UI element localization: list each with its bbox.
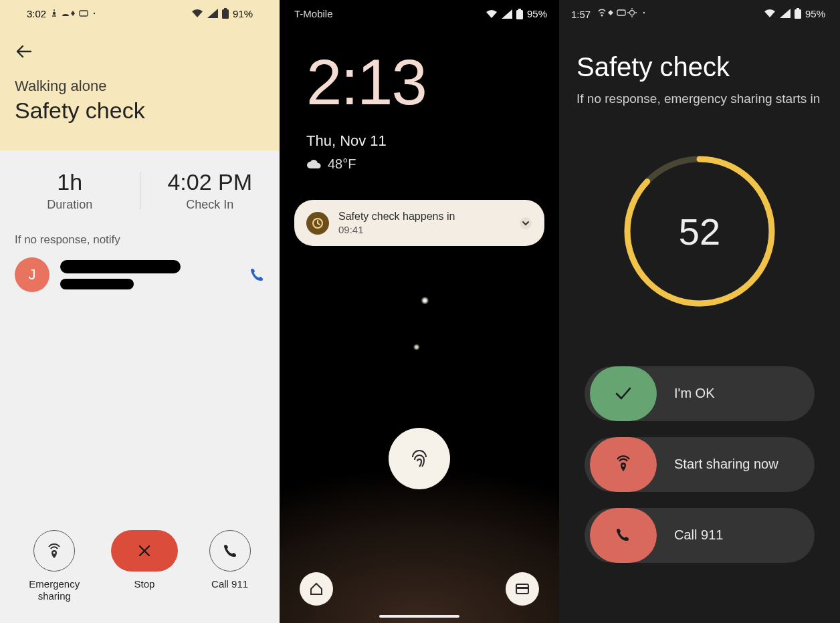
svg-rect-3 bbox=[224, 8, 227, 9]
broadcast-location-icon bbox=[590, 437, 657, 492]
svg-rect-16 bbox=[797, 8, 799, 9]
start-sharing-label: Start sharing now bbox=[674, 457, 778, 472]
stop-button[interactable]: Stop bbox=[111, 530, 178, 591]
fingerprint-button[interactable] bbox=[389, 428, 450, 489]
arrow-left-icon bbox=[15, 44, 32, 59]
lock-weather: 48°F bbox=[306, 156, 559, 172]
home-icon bbox=[309, 582, 324, 596]
svg-point-9 bbox=[520, 217, 532, 229]
signal-icon bbox=[207, 9, 218, 18]
wifi-icon bbox=[764, 9, 776, 18]
page-title: Safety check bbox=[576, 52, 823, 82]
svg-rect-7 bbox=[516, 10, 523, 19]
wifi-icon bbox=[191, 9, 203, 18]
broadcast-location-icon bbox=[45, 541, 64, 560]
lock-clock: 2:13 bbox=[306, 45, 559, 119]
phone-lockscreen: T-Mobile 95% 2:13 Thu, Nov 11 48°F Safet… bbox=[280, 0, 559, 623]
svg-rect-11 bbox=[516, 587, 528, 589]
back-button[interactable] bbox=[15, 27, 265, 75]
close-icon bbox=[137, 543, 152, 558]
card-icon bbox=[515, 583, 530, 595]
duration-value: 1h bbox=[0, 169, 140, 195]
svg-point-2 bbox=[94, 13, 95, 14]
status-icons-left bbox=[50, 8, 110, 19]
header-subtitle: Walking alone bbox=[15, 78, 265, 95]
status-battery: 95% bbox=[805, 8, 825, 19]
nav-handle[interactable] bbox=[379, 615, 459, 618]
duration-label: Duration bbox=[0, 198, 140, 212]
svg-rect-13 bbox=[617, 10, 625, 15]
svg-rect-6 bbox=[518, 9, 521, 10]
svg-point-12 bbox=[601, 14, 603, 16]
page-subtitle: If no response, emergency sharing starts… bbox=[576, 90, 823, 108]
duration-block: 1h Duration bbox=[0, 169, 140, 212]
phone-icon bbox=[222, 543, 238, 559]
emergency-sharing-label: Emergency sharing bbox=[29, 578, 80, 604]
signal-icon bbox=[780, 9, 791, 18]
wifi-icon bbox=[486, 9, 498, 19]
battery-icon bbox=[222, 8, 229, 19]
countdown-ring: 52 bbox=[559, 151, 840, 312]
contact-row[interactable]: J bbox=[0, 257, 280, 292]
svg-rect-17 bbox=[795, 9, 801, 19]
stop-label: Stop bbox=[134, 578, 154, 591]
page-title: Safety check bbox=[15, 98, 265, 124]
svg-rect-1 bbox=[80, 11, 88, 16]
svg-point-14 bbox=[630, 10, 635, 15]
status-bar: 1:57 95% bbox=[559, 0, 840, 27]
svg-point-20 bbox=[622, 464, 624, 466]
chevron-down-icon[interactable] bbox=[519, 217, 532, 230]
phone-safety-check-settings: 3:02 91% Walking alone Safety check bbox=[0, 0, 280, 623]
battery-icon bbox=[795, 8, 801, 19]
status-time: 1:57 bbox=[571, 9, 591, 20]
bottom-actions: Emergency sharing Stop Call 911 bbox=[0, 530, 280, 604]
lock-date: Thu, Nov 11 bbox=[306, 132, 559, 150]
call-911-label: Call 911 bbox=[674, 527, 723, 543]
status-battery: 91% bbox=[233, 8, 253, 19]
call-911-button[interactable]: Call 911 bbox=[585, 508, 815, 563]
svg-point-0 bbox=[53, 12, 56, 15]
checkin-block: 4:02 PM Check In bbox=[140, 169, 280, 212]
carrier-label: T-Mobile bbox=[294, 8, 333, 19]
cloud-icon bbox=[306, 159, 322, 170]
safety-check-notification[interactable]: Safety check happens in 09:41 bbox=[294, 200, 544, 246]
notification-countdown: 09:41 bbox=[338, 224, 510, 235]
contact-avatar: J bbox=[15, 257, 49, 292]
im-ok-label: I'm OK bbox=[674, 386, 715, 401]
home-shortcut[interactable] bbox=[300, 572, 333, 606]
checkin-label: Check In bbox=[140, 198, 280, 212]
status-time: 3:02 bbox=[27, 8, 46, 19]
status-bar: 3:02 91% bbox=[15, 0, 265, 27]
checkin-value: 4:02 PM bbox=[140, 169, 280, 195]
phone-icon bbox=[590, 508, 657, 563]
svg-point-15 bbox=[643, 11, 645, 13]
svg-rect-4 bbox=[222, 9, 229, 19]
status-right: 95% bbox=[486, 8, 547, 19]
fingerprint-icon bbox=[406, 445, 433, 472]
status-icons-left bbox=[596, 7, 663, 18]
wallet-shortcut[interactable] bbox=[506, 572, 539, 606]
phone-safety-check-alert: 1:57 95% Safety check If no response, em… bbox=[559, 0, 840, 623]
action-buttons: I'm OK Start sharing now Call 911 bbox=[559, 366, 840, 563]
header-panel: 3:02 91% Walking alone Safety check bbox=[0, 0, 280, 150]
call-911-button[interactable]: Call 911 bbox=[209, 530, 251, 591]
check-icon bbox=[590, 366, 657, 421]
call-911-label: Call 911 bbox=[211, 578, 248, 591]
countdown-value: 52 bbox=[679, 211, 720, 253]
battery-icon bbox=[516, 9, 523, 19]
status-battery: 95% bbox=[527, 8, 547, 19]
redacted-line bbox=[60, 279, 134, 289]
phone-icon[interactable] bbox=[249, 267, 265, 283]
info-row: 1h Duration 4:02 PM Check In bbox=[0, 150, 280, 225]
shield-clock-icon bbox=[306, 212, 329, 235]
notify-label: If no response, notify bbox=[0, 225, 280, 257]
start-sharing-button[interactable]: Start sharing now bbox=[585, 437, 815, 492]
signal-icon bbox=[502, 9, 512, 19]
notification-title: Safety check happens in bbox=[338, 211, 510, 223]
temperature: 48°F bbox=[328, 156, 356, 172]
svg-point-5 bbox=[54, 551, 56, 553]
emergency-sharing-button[interactable]: Emergency sharing bbox=[29, 530, 80, 604]
redacted-line bbox=[60, 260, 181, 273]
contact-text-redacted bbox=[60, 260, 238, 289]
im-ok-button[interactable]: I'm OK bbox=[585, 366, 815, 421]
